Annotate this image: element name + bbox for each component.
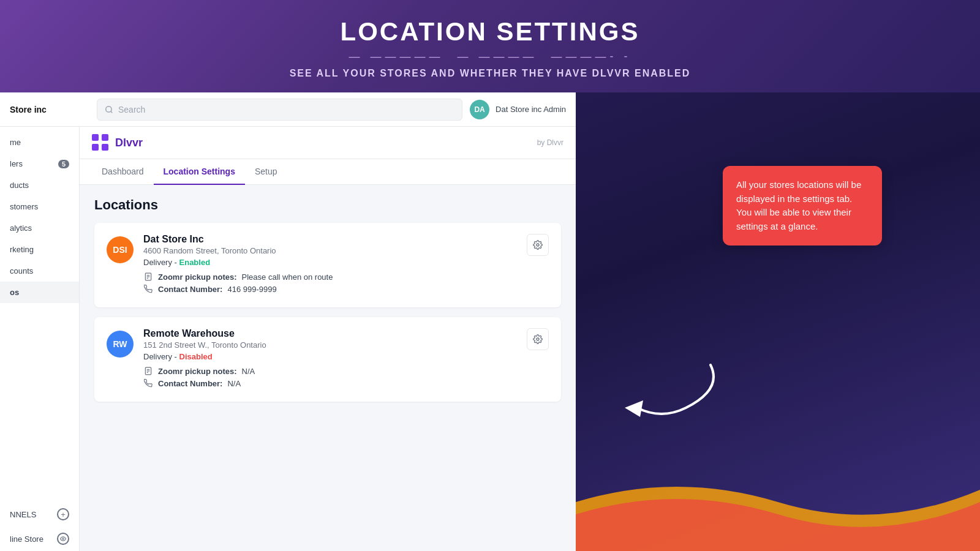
main-content: Dlvvr by Dlvvr Dashboard Location Settin… <box>80 127 576 551</box>
sidebar-item-analytics[interactable]: alytics <box>0 217 79 239</box>
contact-label-2: Contact Number: <box>158 379 222 388</box>
locations-title: Locations <box>94 197 561 213</box>
app-logo: Dlvvr <box>92 134 143 151</box>
search-icon <box>105 105 113 114</box>
tabs: Dashboard Location Settings Setup <box>80 159 576 185</box>
delivery-label-1: Delivery - <box>143 258 179 267</box>
location-card-1: DSI Dat Store Inc 4600 Random Street, To… <box>94 223 561 307</box>
sidebar-item-orders[interactable]: lers 5 <box>0 153 79 174</box>
sidebar-item-products[interactable]: ducts <box>0 174 79 196</box>
delivery-status-1: Delivery - Enabled <box>143 258 517 267</box>
delivery-value-1: Enabled <box>179 258 211 267</box>
sidebar-label-marketing: rketing <box>10 245 34 254</box>
svg-point-2 <box>62 538 64 540</box>
right-panel: All your stores locations will be displa… <box>576 92 980 551</box>
location-address-2: 151 2nd Street W., Toronto Ontario <box>143 340 517 350</box>
delivery-label-2: Delivery - <box>143 352 179 361</box>
pickup-value-2: N/A <box>242 367 255 376</box>
sidebar-item-customers[interactable]: stomers <box>0 196 79 217</box>
user-name: Dat Store inc Admin <box>496 105 566 114</box>
gear-icon-2 <box>533 334 543 344</box>
location-info-2: Remote Warehouse 151 2nd Street W., Toro… <box>143 328 517 391</box>
orders-badge: 5 <box>58 160 69 168</box>
header-banner: LOCATION SETTINGS — ————— — ———— ————- -… <box>0 0 980 92</box>
top-bar: Store inc Search DA Dat Store inc Admin <box>0 92 576 127</box>
contact-row-1: Contact Number: 416 999-9999 <box>143 284 517 294</box>
sidebar-label-counts: counts <box>10 266 33 276</box>
search-placeholder: Search <box>118 105 145 114</box>
wave-decoration <box>576 441 980 551</box>
app-header: Dlvvr by Dlvvr <box>80 127 576 159</box>
sidebar-item-marketing[interactable]: rketing <box>0 239 79 260</box>
tab-setup[interactable]: Setup <box>245 159 287 185</box>
sidebar-item-me[interactable]: me <box>0 132 79 153</box>
pickup-label-2: Zoomr pickup notes: <box>158 367 237 376</box>
eye-icon <box>57 533 69 545</box>
sidebar-label-customers: stomers <box>10 202 38 211</box>
contact-value-2: N/A <box>227 379 241 388</box>
sidebar: me lers 5 ducts stomers alytics <box>0 127 80 551</box>
tab-location-settings[interactable]: Location Settings <box>154 159 245 185</box>
app-logo-name: Dlvvr <box>115 137 143 149</box>
sidebar-label-me: me <box>10 138 21 147</box>
by-label: by Dlvvr <box>537 138 564 147</box>
sidebar-label-online-store: line Store <box>10 534 43 544</box>
locations-section: Locations DSI Dat Store Inc 4600 Random … <box>80 185 576 551</box>
location-name-1: Dat Store Inc <box>143 234 517 245</box>
logo-dot-2 <box>102 134 108 141</box>
gear-icon-1 <box>533 240 543 250</box>
sidebar-label-apps: os <box>10 288 19 297</box>
svg-marker-13 <box>625 400 643 417</box>
sidebar-label-products: ducts <box>10 181 29 190</box>
tab-dashboard[interactable]: Dashboard <box>92 159 154 185</box>
notes-icon-2 <box>143 366 153 376</box>
sidebar-label-orders: lers <box>10 159 23 168</box>
avatar: DA <box>470 100 489 119</box>
user-area: DA Dat Store inc Admin <box>470 100 566 119</box>
svg-point-12 <box>537 338 539 340</box>
header-divider: — ————— — ———— ————- - <box>12 50 968 63</box>
page-title: LOCATION SETTINGS <box>12 17 968 47</box>
notes-icon-1 <box>143 272 153 282</box>
add-icon: + <box>57 508 69 520</box>
arrow-container <box>625 353 723 429</box>
dlvvr-logo-icon <box>92 134 109 151</box>
app-panel: Store inc Search DA Dat Store inc Admin … <box>0 92 576 551</box>
tooltip-text: All your stores locations will be displa… <box>736 179 861 231</box>
sidebar-item-counts[interactable]: counts <box>0 260 79 282</box>
svg-line-1 <box>111 111 113 113</box>
logo-dot-4 <box>102 144 108 151</box>
store-name: Store inc <box>10 105 89 114</box>
location-info-1: Dat Store Inc 4600 Random Street, Toront… <box>143 234 517 296</box>
sidebar-item-online-store[interactable]: line Store <box>0 527 79 551</box>
sidebar-wrapper: me lers 5 ducts stomers alytics <box>0 132 79 551</box>
pickup-value-1: Please call when on route <box>242 272 333 282</box>
pickup-label-1: Zoomr pickup notes: <box>158 272 237 282</box>
location-address-1: 4600 Random Street, Toronto Ontario <box>143 246 517 255</box>
settings-button-2[interactable] <box>527 328 549 350</box>
contact-value-1: 416 999-9999 <box>227 285 276 294</box>
phone-icon-2 <box>143 378 153 388</box>
location-name-2: Remote Warehouse <box>143 328 517 339</box>
search-box[interactable]: Search <box>97 99 462 121</box>
location-avatar-1: DSI <box>107 236 134 263</box>
pickup-notes-row-2: Zoomr pickup notes: N/A <box>143 366 517 376</box>
logo-dot-3 <box>92 144 99 151</box>
delivery-value-2: Disabled <box>179 352 213 361</box>
header-subtitle: SEE ALL YOUR STORES AND WHETHER THEY HAV… <box>12 68 968 79</box>
location-card-2: RW Remote Warehouse 151 2nd Street W., T… <box>94 317 561 402</box>
content-row: me lers 5 ducts stomers alytics <box>0 127 576 551</box>
sidebar-item-apps[interactable]: os <box>0 282 79 303</box>
settings-button-1[interactable] <box>527 234 549 256</box>
tooltip-box: All your stores locations will be displa… <box>723 166 882 246</box>
sidebar-label-channels: NNELS <box>10 510 36 519</box>
arrow-icon <box>625 353 723 426</box>
contact-label-1: Contact Number: <box>158 285 222 294</box>
sidebar-item-channels[interactable]: NNELS + <box>0 502 79 527</box>
svg-point-7 <box>537 244 539 246</box>
logo-dot-1 <box>92 134 99 141</box>
phone-icon-1 <box>143 284 153 294</box>
delivery-status-2: Delivery - Disabled <box>143 352 517 361</box>
main-area: Store inc Search DA Dat Store inc Admin … <box>0 92 980 551</box>
contact-row-2: Contact Number: N/A <box>143 378 517 388</box>
